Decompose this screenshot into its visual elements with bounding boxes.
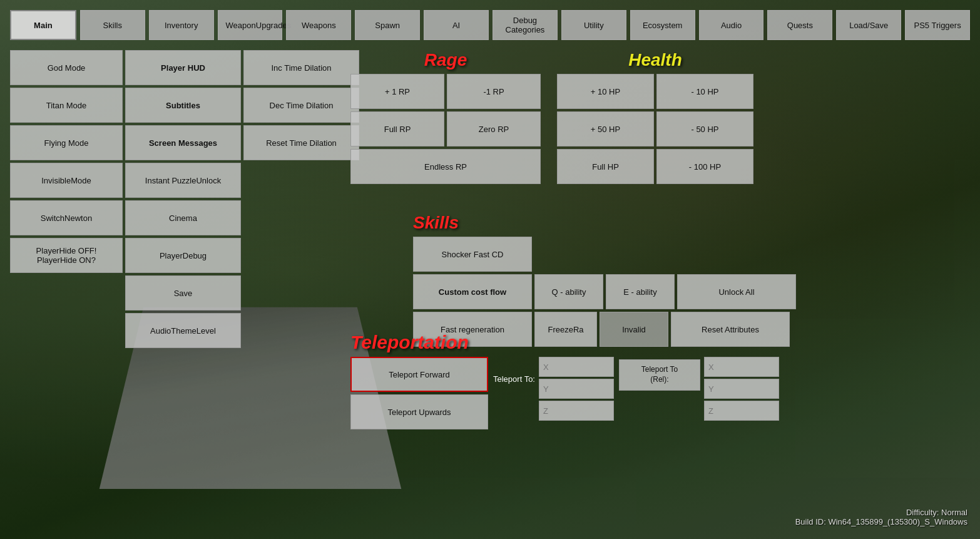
health-title: Health <box>628 50 682 69</box>
cinema-button[interactable]: Cinema <box>125 200 241 235</box>
teleport-x-input[interactable] <box>539 357 614 377</box>
plus-50-hp-button[interactable]: + 50 HP <box>557 111 654 146</box>
skills-section: Skills Shocker Fast CD Custom cost flow … <box>413 213 796 347</box>
tab-main[interactable]: Main <box>10 10 76 40</box>
skills-header: Skills <box>413 213 796 233</box>
tab-load-save[interactable]: Load/Save <box>836 10 901 40</box>
screen-messages-button[interactable]: Screen Messages <box>125 125 241 160</box>
teleport-rel-block: Teleport To (Rel): <box>619 357 779 421</box>
minus-10-hp-button[interactable]: - 10 HP <box>656 74 753 109</box>
teleport-z-input[interactable] <box>539 401 614 421</box>
tab-audio[interactable]: Audio <box>699 10 764 40</box>
teleport-upwards-button[interactable]: Teleport Upwards <box>350 394 488 429</box>
tab-debug-categories[interactable]: Debug Categories <box>493 10 558 40</box>
inc-time-dilation-button[interactable]: Inc Time Dilation <box>243 50 359 85</box>
skills-row-2: Custom cost flow Q - ability E - ability… <box>413 274 796 309</box>
skills-row-1: Shocker Fast CD <box>413 237 796 272</box>
teleport-title: Teleportation <box>350 332 469 352</box>
rage-header: Rage <box>350 50 541 70</box>
tab-quests[interactable]: Quests <box>767 10 832 40</box>
empty-col1-row8 <box>10 313 123 348</box>
teleport-to-inputs <box>539 357 614 421</box>
teleportation-section: Teleportation Teleport Forward Teleport … <box>350 332 779 429</box>
save-button[interactable]: Save <box>125 275 241 311</box>
health-section: Health + 10 HP - 10 HP + 50 HP - 50 HP F… <box>557 50 753 184</box>
empty-col3-row5 <box>243 200 359 235</box>
switch-newton-button[interactable]: SwitchNewton <box>10 200 123 235</box>
build-id-label: Build ID: Win64_135899_(135300)_S_Window… <box>795 517 967 526</box>
player-debug-button[interactable]: PlayerDebug <box>125 238 241 273</box>
teleport-rel-z-input[interactable] <box>704 401 779 421</box>
skills-title: Skills <box>413 213 459 232</box>
teleport-rel-x-input[interactable] <box>704 357 779 377</box>
top-navigation: Main Skills Inventory WeaponUpgrades Wea… <box>10 10 970 40</box>
teleport-header: Teleportation <box>350 332 779 353</box>
rage-section: Rage + 1 RP -1 RP Full RP Zero RP Endles… <box>350 50 541 184</box>
empty-col3-row6 <box>243 238 359 273</box>
full-rp-button[interactable]: Full RP <box>350 111 444 146</box>
unlock-all-button[interactable]: Unlock All <box>677 274 796 309</box>
tab-ai[interactable]: AI <box>424 10 489 40</box>
difficulty-label: Difficulty: Normal <box>795 508 967 517</box>
teleport-grid: Teleport Forward Teleport Upwards Telepo… <box>350 357 779 429</box>
q-ability-button[interactable]: Q - ability <box>534 274 603 309</box>
health-grid: + 10 HP - 10 HP + 50 HP - 50 HP Full HP … <box>557 74 753 184</box>
zero-rp-button[interactable]: Zero RP <box>447 111 541 146</box>
player-hide-button[interactable]: PlayerHide OFF! PlayerHide ON? <box>10 238 123 273</box>
dec-time-dilation-button[interactable]: Dec Time Dilation <box>243 88 359 123</box>
e-ability-button[interactable]: E - ability <box>606 274 675 309</box>
custom-cost-flow-button[interactable]: Custom cost flow <box>413 274 532 309</box>
teleport-forward-button[interactable]: Teleport Forward <box>350 357 488 392</box>
tab-utility[interactable]: Utility <box>561 10 626 40</box>
tab-inventory[interactable]: Inventory <box>149 10 214 40</box>
audio-theme-level-button[interactable]: AudioThemeLevel <box>125 313 241 348</box>
tab-ps5-triggers[interactable]: PS5 Triggers <box>905 10 970 40</box>
tab-ecosystem[interactable]: Ecosystem <box>630 10 695 40</box>
rage-grid: + 1 RP -1 RP Full RP Zero RP Endless RP <box>350 74 541 184</box>
invisible-mode-button[interactable]: InvisibleMode <box>10 163 123 198</box>
teleport-to-block: Teleport To: <box>493 357 614 421</box>
teleport-rel-inputs <box>704 357 779 421</box>
tab-weapon-upgrades[interactable]: WeaponUpgrades <box>218 10 283 40</box>
teleport-rel-y-input[interactable] <box>704 379 779 399</box>
flying-mode-button[interactable]: Flying Mode <box>10 125 123 160</box>
tab-spawn[interactable]: Spawn <box>355 10 420 40</box>
full-hp-button[interactable]: Full HP <box>557 149 654 184</box>
main-panel: God Mode Player HUD Inc Time Dilation Ti… <box>10 50 359 348</box>
minus-100-hp-button[interactable]: - 100 HP <box>656 149 753 184</box>
plus-10-hp-button[interactable]: + 10 HP <box>557 74 654 109</box>
empty-col3-row8 <box>243 313 359 348</box>
plus-1-rp-button[interactable]: + 1 RP <box>350 74 444 109</box>
minus-1-rp-button[interactable]: -1 RP <box>447 74 541 109</box>
endless-rp-button[interactable]: Endless RP <box>350 149 541 184</box>
empty-col3-row4 <box>243 163 359 198</box>
reset-time-dilation-button[interactable]: Reset Time Dilation <box>243 125 359 160</box>
health-header: Health <box>557 50 753 70</box>
rage-title: Rage <box>424 50 467 69</box>
left-grid: God Mode Player HUD Inc Time Dilation Ti… <box>10 50 359 348</box>
subtitles-button[interactable]: Subtitles <box>125 88 241 123</box>
titan-mode-button[interactable]: Titan Mode <box>10 88 123 123</box>
instant-puzzle-unlock-button[interactable]: Instant PuzzleUnlock <box>125 163 241 198</box>
teleport-rel-button[interactable]: Teleport To (Rel): <box>619 359 700 391</box>
status-bar: Difficulty: Normal Build ID: Win64_13589… <box>795 508 967 526</box>
teleport-to-label: Teleport To: <box>493 374 535 384</box>
teleport-buttons: Teleport Forward Teleport Upwards <box>350 357 488 429</box>
minus-50-hp-button[interactable]: - 50 HP <box>656 111 753 146</box>
shocker-fast-cd-button[interactable]: Shocker Fast CD <box>413 237 532 272</box>
tab-weapons[interactable]: Weapons <box>286 10 351 40</box>
empty-col1-row7 <box>10 275 123 311</box>
empty-col3-row7 <box>243 275 359 311</box>
god-mode-button[interactable]: God Mode <box>10 50 123 85</box>
teleport-y-input[interactable] <box>539 379 614 399</box>
tab-skills[interactable]: Skills <box>80 10 145 40</box>
player-hud-button[interactable]: Player HUD <box>125 50 241 85</box>
